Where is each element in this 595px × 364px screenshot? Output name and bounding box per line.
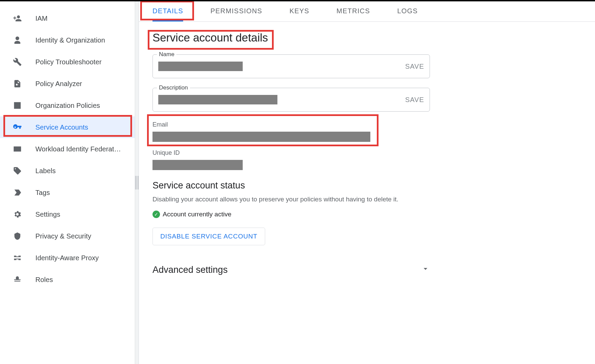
name-field-label: Name — [157, 51, 176, 58]
sidebar-item-label: Roles — [35, 276, 53, 284]
sidebar-item-label: Workload Identity Federat… — [35, 145, 121, 153]
pane-resize-handle[interactable] — [135, 1, 139, 364]
unique-id-field: Unique ID — [152, 149, 581, 170]
key-badge-icon — [13, 123, 22, 132]
main-content: DETAILS PERMISSIONS KEYS METRICS LOGS Se… — [139, 1, 595, 364]
tag-icon — [13, 166, 22, 175]
bookmark-icon — [13, 188, 22, 197]
sidebar-item-policy-troubleshooter[interactable]: Policy Troubleshooter — [0, 51, 135, 73]
tab-logs[interactable]: LOGS — [397, 1, 418, 21]
status-hint: Disabling your account allows you to pre… — [152, 196, 581, 203]
sidebar-item-label: Policy Analyzer — [35, 80, 82, 88]
sidebar-item-label: Identity & Organization — [35, 36, 105, 44]
status-heading: Service account status — [152, 180, 581, 191]
status-active-row: ✓ Account currently active — [152, 211, 581, 218]
tab-bar: DETAILS PERMISSIONS KEYS METRICS LOGS — [139, 1, 595, 22]
sidebar-item-identity-org[interactable]: Identity & Organization — [0, 29, 135, 51]
sidebar-item-label: Service Accounts — [35, 123, 88, 131]
page-title: Service account details — [152, 31, 268, 44]
name-redacted-value — [158, 62, 243, 71]
description-save-button[interactable]: SAVE — [405, 96, 424, 104]
sidebar-item-label: Privacy & Security — [35, 232, 91, 240]
chevron-down-icon — [421, 264, 430, 275]
sidebar-item-workload-identity[interactable]: Workload Identity Federat… — [0, 138, 135, 160]
sidebar: IAM Identity & Organization Policy Troub… — [0, 1, 135, 364]
description-field[interactable]: Description SAVE — [152, 88, 430, 112]
sidebar-item-org-policies[interactable]: Organization Policies — [0, 95, 135, 116]
gear-icon — [13, 210, 22, 219]
tab-details[interactable]: DETAILS — [152, 1, 183, 21]
email-field: Email — [152, 121, 581, 142]
disable-service-account-button[interactable]: DISABLE SERVICE ACCOUNT — [152, 228, 265, 245]
sidebar-item-policy-analyzer[interactable]: Policy Analyzer — [0, 73, 135, 95]
list-box-icon — [13, 101, 22, 110]
sidebar-item-label: Policy Troubleshooter — [35, 58, 101, 66]
sidebar-item-tags[interactable]: Tags — [0, 182, 135, 203]
tab-metrics[interactable]: METRICS — [337, 1, 370, 21]
tab-keys[interactable]: KEYS — [289, 1, 309, 21]
check-circle-icon: ✓ — [152, 211, 160, 218]
sidebar-item-labels[interactable]: Labels — [0, 160, 135, 182]
sidebar-item-label: IAM — [35, 15, 48, 22]
advanced-settings-toggle[interactable]: Advanced settings — [152, 264, 430, 275]
shield-icon — [13, 232, 22, 241]
sidebar-item-label: Identity-Aware Proxy — [35, 254, 99, 262]
description-redacted-value — [158, 95, 277, 104]
tab-permissions[interactable]: PERMISSIONS — [210, 1, 262, 21]
sidebar-item-iap[interactable]: Identity-Aware Proxy — [0, 247, 135, 269]
unique-id-redacted-value — [152, 160, 243, 170]
wrench-icon — [13, 57, 22, 66]
sidebar-item-roles[interactable]: Roles — [0, 269, 135, 291]
advanced-settings-heading: Advanced settings — [152, 265, 228, 275]
sidebar-item-label: Settings — [35, 211, 60, 218]
sidebar-item-settings[interactable]: Settings — [0, 203, 135, 225]
name-save-button[interactable]: SAVE — [405, 63, 424, 70]
sidebar-item-iam[interactable]: IAM — [0, 7, 135, 29]
person-icon — [13, 36, 22, 45]
iam-icon — [13, 14, 22, 23]
doc-search-icon — [13, 79, 22, 88]
name-field[interactable]: Name SAVE — [152, 54, 430, 78]
email-redacted-value — [152, 132, 370, 142]
id-card-icon — [13, 145, 22, 153]
sidebar-item-label: Labels — [35, 167, 56, 175]
sidebar-item-privacy-security[interactable]: Privacy & Security — [0, 225, 135, 247]
description-field-label: Description — [157, 84, 190, 91]
status-active-text: Account currently active — [163, 211, 231, 218]
sidebar-item-service-accounts[interactable]: Service Accounts — [0, 116, 135, 138]
email-label: Email — [152, 121, 581, 128]
proxy-icon — [13, 253, 22, 262]
sidebar-item-label: Tags — [35, 189, 50, 197]
hat-icon — [13, 275, 22, 284]
sidebar-item-label: Organization Policies — [35, 102, 100, 110]
unique-id-label: Unique ID — [152, 149, 581, 156]
